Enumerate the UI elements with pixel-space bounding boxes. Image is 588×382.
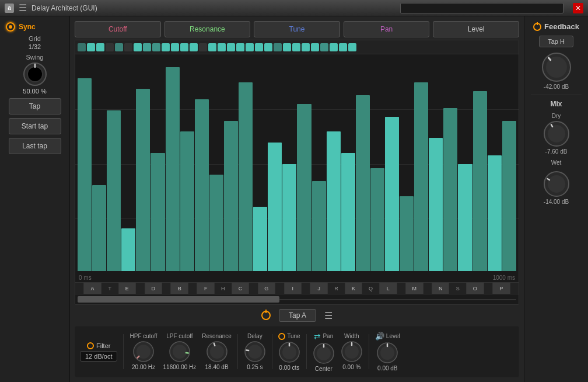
bar[interactable]: [297, 104, 311, 271]
level-speaker-icon[interactable]: 🔊: [375, 332, 384, 341]
bar[interactable]: [356, 95, 370, 271]
bar[interactable]: [78, 78, 92, 271]
tap-label-t[interactable]: T: [102, 283, 119, 294]
tap-label-e[interactable]: E: [119, 283, 136, 294]
seq-cell[interactable]: [199, 43, 207, 51]
tap-label-s[interactable]: S: [449, 283, 467, 294]
bar[interactable]: [370, 168, 384, 271]
seq-cell[interactable]: [302, 43, 310, 51]
seq-cell[interactable]: [143, 43, 151, 51]
bar[interactable]: [209, 175, 223, 271]
seq-cell[interactable]: [311, 43, 319, 51]
seq-cell[interactable]: [236, 43, 244, 51]
start-tap-button[interactable]: Start tap: [9, 118, 61, 134]
seq-top-strip[interactable]: [75, 40, 519, 54]
seq-menu-icon[interactable]: ☰: [324, 310, 332, 321]
tap-label-empty3[interactable]: [188, 283, 197, 294]
tap-label-g[interactable]: G: [258, 283, 276, 294]
tap-label-empty[interactable]: [136, 283, 145, 294]
pan-swap-icon[interactable]: ⇄: [314, 332, 321, 341]
filter-value-box[interactable]: 12 dB/oct: [80, 351, 117, 362]
seq-cell[interactable]: [348, 43, 356, 51]
tab-pan[interactable]: Pan: [344, 21, 430, 37]
tap-label-f[interactable]: F: [197, 283, 215, 294]
bar[interactable]: [443, 108, 457, 271]
dry-knob[interactable]: [543, 120, 570, 147]
seq-cell[interactable]: [339, 43, 347, 51]
bar[interactable]: [502, 121, 516, 271]
seq-cell[interactable]: [190, 43, 198, 51]
tap-label-o[interactable]: O: [467, 283, 484, 294]
feedback-power-button[interactable]: [533, 23, 541, 31]
tap-label-empty2[interactable]: [162, 283, 171, 294]
seq-cell[interactable]: [274, 43, 282, 51]
tap-label-empty8[interactable]: [424, 283, 432, 294]
seq-bars-area[interactable]: [75, 54, 519, 273]
seq-cell[interactable]: [283, 43, 291, 51]
bar[interactable]: [473, 91, 487, 271]
seq-power-button[interactable]: [261, 311, 271, 320]
bar[interactable]: [488, 155, 502, 271]
seq-cell[interactable]: [152, 43, 160, 51]
bar[interactable]: [253, 207, 267, 271]
seq-cell[interactable]: [227, 43, 235, 51]
pan-knob[interactable]: [313, 342, 335, 364]
tune-power-button[interactable]: [278, 333, 285, 340]
seq-cell[interactable]: [292, 43, 300, 51]
tab-tune[interactable]: Tune: [254, 21, 340, 37]
seq-cell[interactable]: [134, 43, 142, 51]
bar[interactable]: [282, 164, 296, 272]
wet-knob[interactable]: [543, 171, 570, 197]
tap-label-p[interactable]: P: [493, 283, 510, 294]
tap-label-d[interactable]: D: [145, 283, 163, 294]
level-knob[interactable]: [376, 342, 398, 364]
seq-cell[interactable]: [171, 43, 179, 51]
seq-cell[interactable]: [180, 43, 188, 51]
close-button[interactable]: ✕: [573, 3, 583, 13]
bar[interactable]: [458, 164, 472, 272]
sync-power-button[interactable]: [6, 22, 15, 32]
tap-label-empty5[interactable]: [275, 283, 284, 294]
seq-cell[interactable]: [96, 43, 104, 51]
seq-cell[interactable]: [78, 43, 86, 51]
bar[interactable]: [195, 99, 209, 271]
seq-cell[interactable]: [87, 43, 95, 51]
seq-cell[interactable]: [330, 43, 338, 51]
tap-label-empty4[interactable]: [249, 283, 258, 294]
width-knob[interactable]: [341, 341, 363, 363]
tap-label-n[interactable]: N: [432, 283, 450, 294]
resonance-knob[interactable]: [206, 341, 228, 363]
tap-label-c[interactable]: C: [232, 283, 250, 294]
scroll-bar-area[interactable]: [75, 294, 519, 304]
bar[interactable]: [429, 138, 443, 271]
tab-resonance[interactable]: Resonance: [164, 21, 251, 37]
bar[interactable]: [107, 110, 121, 271]
tap-label-i[interactable]: I: [285, 283, 302, 294]
tap-label-b[interactable]: B: [171, 283, 188, 294]
bar[interactable]: [268, 143, 282, 271]
tap-select-display[interactable]: Tap A: [279, 309, 316, 322]
seq-cell[interactable]: [208, 43, 216, 51]
seq-cell[interactable]: [162, 43, 170, 51]
seq-cell[interactable]: [115, 43, 123, 51]
tap-label-m[interactable]: M: [406, 283, 424, 294]
last-tap-button[interactable]: Last tap: [9, 138, 61, 154]
bar[interactable]: [400, 196, 414, 271]
tap-label-h[interactable]: H: [215, 283, 232, 294]
tap-label[interactable]: [75, 283, 84, 294]
bar[interactable]: [150, 153, 164, 271]
bar[interactable]: [385, 117, 399, 271]
bar[interactable]: [327, 131, 341, 271]
seq-cell[interactable]: [124, 43, 132, 51]
hpf-knob[interactable]: [132, 341, 155, 363]
seq-cell[interactable]: [106, 43, 114, 51]
bar[interactable]: [312, 181, 326, 271]
seq-cell[interactable]: [264, 43, 272, 51]
tap-h-button[interactable]: Tap H: [539, 36, 573, 47]
scroll-thumb[interactable]: [78, 296, 279, 303]
tap-label-l[interactable]: L: [380, 283, 397, 294]
hamburger-menu-icon[interactable]: ☰: [19, 2, 27, 13]
lpf-knob[interactable]: [169, 341, 191, 363]
bar[interactable]: [239, 82, 253, 271]
tap-label-q[interactable]: Q: [362, 283, 380, 294]
